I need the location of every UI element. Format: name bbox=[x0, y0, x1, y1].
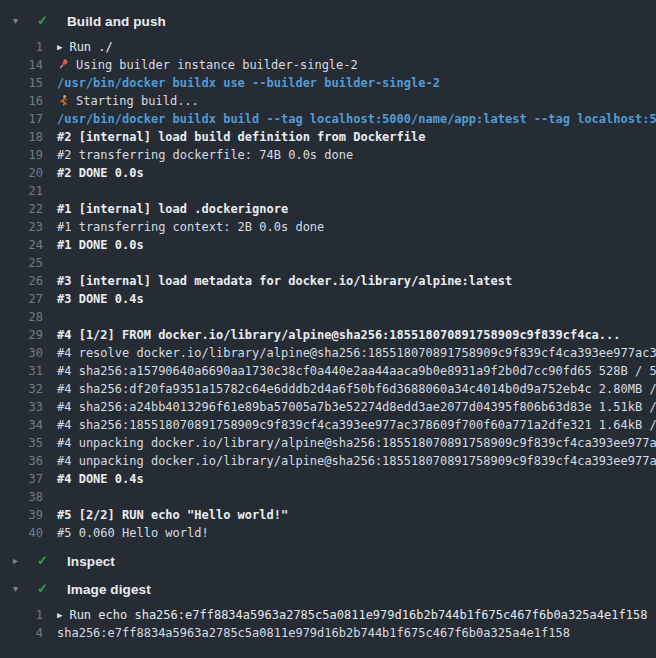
line-number[interactable]: 25 bbox=[0, 254, 43, 272]
line-number[interactable]: 17 bbox=[0, 110, 43, 128]
line-number[interactable]: 30 bbox=[0, 344, 43, 362]
success-check-icon: ✓ bbox=[37, 576, 53, 602]
chevron-down-icon[interactable]: ▾ bbox=[13, 8, 29, 34]
line-text: #2 DONE 0.0s bbox=[57, 164, 144, 182]
line-text-wrap: #1 DONE 0.0s bbox=[57, 236, 144, 254]
log-line: 29#4 [1/2] FROM docker.io/library/alpine… bbox=[0, 326, 656, 344]
line-text: #4 sha256:a24bb4013296f61e89ba57005a7b3e… bbox=[57, 398, 656, 416]
section-header-build-and-push[interactable]: ▾✓Build and push bbox=[0, 8, 656, 34]
log-line: 25 bbox=[0, 254, 656, 272]
line-text: #4 DONE 0.4s bbox=[57, 470, 144, 488]
line-text: sha256:e7ff8834a5963a2785c5a0811e979d16b… bbox=[57, 624, 570, 642]
line-number[interactable]: 16 bbox=[0, 92, 43, 110]
log-lines: 1▶Run echo sha256:e7ff8834a5963a2785c5a0… bbox=[0, 606, 656, 642]
line-number[interactable]: 20 bbox=[0, 164, 43, 182]
line-number[interactable]: 38 bbox=[0, 488, 43, 506]
line-number[interactable]: 33 bbox=[0, 398, 43, 416]
line-text: #1 DONE 0.0s bbox=[57, 236, 144, 254]
log-line: 36#4 unpacking docker.io/library/alpine@… bbox=[0, 452, 656, 470]
log-line: 21 bbox=[0, 182, 656, 200]
log-lines: 1▶Run ./14Using builder instance builder… bbox=[0, 38, 656, 542]
log-line: 18#2 [internal] load build definition fr… bbox=[0, 128, 656, 146]
line-number[interactable]: 19 bbox=[0, 146, 43, 164]
line-text: #4 resolve docker.io/library/alpine@sha2… bbox=[57, 344, 656, 362]
line-number[interactable]: 24 bbox=[0, 236, 43, 254]
section-header-inspect[interactable]: ▸✓Inspect bbox=[0, 548, 656, 574]
line-number[interactable]: 23 bbox=[0, 218, 43, 236]
line-number[interactable]: 4 bbox=[0, 624, 43, 642]
line-text-wrap: #1 [internal] load .dockerignore bbox=[57, 200, 288, 218]
log-line: 30#4 resolve docker.io/library/alpine@sh… bbox=[0, 344, 656, 362]
line-text: #2 [internal] load build definition from… bbox=[57, 128, 425, 146]
line-text: #5 [2/2] RUN echo "Hello world!" bbox=[57, 506, 288, 524]
line-text: #4 unpacking docker.io/library/alpine@sh… bbox=[57, 434, 656, 452]
line-text-wrap: #4 sha256:a24bb4013296f61e89ba57005a7b3e… bbox=[57, 398, 656, 416]
line-text-wrap: Using builder instance builder-single-2 bbox=[57, 56, 358, 74]
log-line: 1▶Run ./ bbox=[0, 38, 656, 56]
line-text-wrap: #3 DONE 0.4s bbox=[57, 290, 144, 308]
line-number[interactable]: 32 bbox=[0, 380, 43, 398]
line-text: Run echo sha256:e7ff8834a5963a2785c5a081… bbox=[69, 606, 647, 624]
line-text: Run ./ bbox=[69, 38, 112, 56]
log-line: 26#3 [internal] load metadata for docker… bbox=[0, 272, 656, 290]
play-expand-icon[interactable]: ▶ bbox=[57, 606, 62, 624]
line-number[interactable]: 36 bbox=[0, 452, 43, 470]
line-number[interactable]: 1 bbox=[0, 606, 43, 624]
log-line: 15/usr/bin/docker buildx use --builder b… bbox=[0, 74, 656, 92]
line-text-wrap: #2 [internal] load build definition from… bbox=[57, 128, 425, 146]
line-number[interactable]: 15 bbox=[0, 74, 43, 92]
log-line: 31#4 sha256:a15790640a6690aa1730c38cf0a4… bbox=[0, 362, 656, 380]
chevron-down-icon[interactable]: ▾ bbox=[13, 576, 29, 602]
log-line: 1▶Run echo sha256:e7ff8834a5963a2785c5a0… bbox=[0, 606, 656, 624]
runner-icon bbox=[57, 94, 70, 108]
line-number[interactable]: 14 bbox=[0, 56, 43, 74]
line-number[interactable]: 34 bbox=[0, 416, 43, 434]
play-expand-icon[interactable]: ▶ bbox=[57, 38, 62, 56]
line-number[interactable]: 18 bbox=[0, 128, 43, 146]
line-number[interactable]: 27 bbox=[0, 290, 43, 308]
line-number[interactable]: 21 bbox=[0, 182, 43, 200]
log-line: 23#1 transferring context: 2B 0.0s done bbox=[0, 218, 656, 236]
log-line: 35#4 unpacking docker.io/library/alpine@… bbox=[0, 434, 656, 452]
line-text: #4 [1/2] FROM docker.io/library/alpine@s… bbox=[57, 326, 621, 344]
line-text-wrap: #1 transferring context: 2B 0.0s done bbox=[57, 218, 324, 236]
line-number[interactable]: 37 bbox=[0, 470, 43, 488]
log-line: 40#5 0.060 Hello world! bbox=[0, 524, 656, 542]
pushpin-icon bbox=[57, 58, 70, 72]
line-number[interactable]: 35 bbox=[0, 434, 43, 452]
line-text-wrap: #4 resolve docker.io/library/alpine@sha2… bbox=[57, 344, 656, 362]
log-line: 24#1 DONE 0.0s bbox=[0, 236, 656, 254]
section-header-image-digest[interactable]: ▾✓Image digest bbox=[0, 576, 656, 602]
line-number[interactable]: 22 bbox=[0, 200, 43, 218]
log-line: 14Using builder instance builder-single-… bbox=[0, 56, 656, 74]
section-title: Image digest bbox=[67, 582, 151, 597]
line-text-wrap: #4 DONE 0.4s bbox=[57, 470, 144, 488]
log-line: 20#2 DONE 0.0s bbox=[0, 164, 656, 182]
log-line: 16Starting build... bbox=[0, 92, 656, 110]
line-text: #4 sha256:df20fa9351a15782c64e6dddb2d4a6… bbox=[57, 380, 656, 398]
line-text: #4 sha256:a15790640a6690aa1730c38cf0a440… bbox=[57, 362, 656, 380]
line-text-wrap: #4 sha256:df20fa9351a15782c64e6dddb2d4a6… bbox=[57, 380, 656, 398]
line-text: Starting build... bbox=[76, 92, 199, 110]
line-text: #1 [internal] load .dockerignore bbox=[57, 200, 288, 218]
line-text-wrap: #5 [2/2] RUN echo "Hello world!" bbox=[57, 506, 288, 524]
line-number[interactable]: 40 bbox=[0, 524, 43, 542]
line-text-wrap: sha256:e7ff8834a5963a2785c5a0811e979d16b… bbox=[57, 624, 570, 642]
chevron-right-icon[interactable]: ▸ bbox=[13, 548, 29, 574]
log-line: 38 bbox=[0, 488, 656, 506]
log-line: 27#3 DONE 0.4s bbox=[0, 290, 656, 308]
line-number[interactable]: 26 bbox=[0, 272, 43, 290]
line-text-wrap: #2 DONE 0.0s bbox=[57, 164, 144, 182]
line-number[interactable]: 29 bbox=[0, 326, 43, 344]
log-line: 39#5 [2/2] RUN echo "Hello world!" bbox=[0, 506, 656, 524]
line-text: /usr/bin/docker buildx use --builder bui… bbox=[57, 74, 440, 92]
line-number[interactable]: 1 bbox=[0, 38, 43, 56]
line-number[interactable]: 28 bbox=[0, 308, 43, 326]
success-check-icon: ✓ bbox=[37, 548, 53, 574]
line-text-wrap: #4 unpacking docker.io/library/alpine@sh… bbox=[57, 452, 656, 470]
line-text-wrap: #5 0.060 Hello world! bbox=[57, 524, 209, 542]
line-text-wrap: #4 [1/2] FROM docker.io/library/alpine@s… bbox=[57, 326, 621, 344]
line-number[interactable]: 39 bbox=[0, 506, 43, 524]
line-text-wrap: /usr/bin/docker buildx build --tag local… bbox=[57, 110, 656, 128]
line-number[interactable]: 31 bbox=[0, 362, 43, 380]
